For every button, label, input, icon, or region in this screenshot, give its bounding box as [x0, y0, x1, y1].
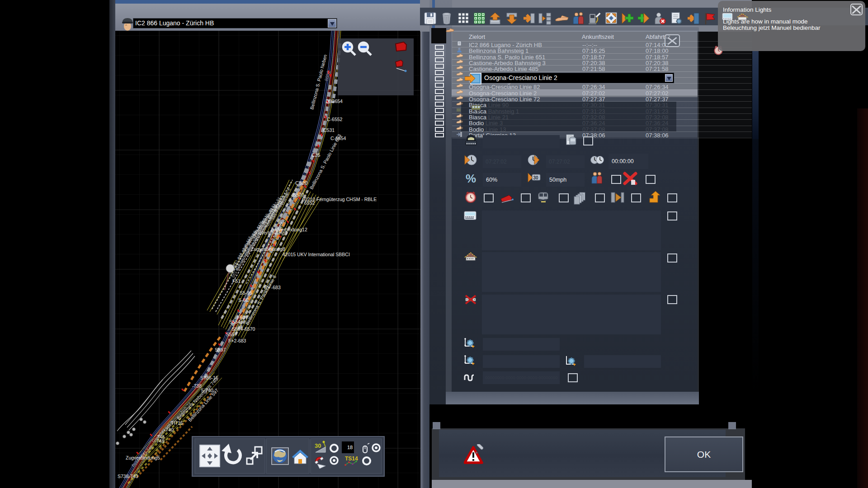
svg-text:TI716: TI716 [171, 420, 183, 426]
svg-text:S594-6570: S594-6570 [232, 326, 255, 332]
svg-text:18: 18 [347, 445, 353, 450]
svg-text:F+2-683: F+2-683 [228, 338, 246, 343]
svg-text:S597: S597 [215, 347, 226, 352]
svg-text:30: 30 [533, 175, 539, 180]
svg-text:Zugverbindung9: Zugverbindung9 [253, 230, 288, 235]
svg-text:6552: 6552 [304, 200, 315, 206]
svg-text:-740: -740 [164, 427, 174, 432]
svg-text:749: 749 [156, 438, 165, 444]
svg-text:C531: C531 [323, 127, 335, 133]
svg-text:S570: S570 [293, 192, 304, 197]
svg-text:42015 UKV International SBBCI: 42015 UKV International SBBCI [283, 252, 350, 257]
svg-text:C520: C520 [295, 180, 308, 186]
svg-text:S554: S554 [229, 319, 241, 324]
svg-text:C-6552: C-6552 [327, 117, 343, 122]
svg-text:S597: S597 [226, 332, 237, 337]
svg-text:S-6C: S-6C [238, 297, 249, 303]
svg-text:Zugverbindung8: Zugverbindung8 [251, 246, 285, 252]
svg-text:C35: C35 [311, 152, 320, 158]
svg-text:DB3654: DB3654 [326, 99, 343, 104]
svg-text:F51: F51 [232, 278, 241, 284]
svg-text:S5-95: S5-95 [240, 290, 252, 296]
svg-text:%: % [466, 172, 476, 185]
svg-text:S738-743: S738-743 [118, 474, 138, 479]
svg-text:Zugverbindung5: Zugverbindung5 [126, 455, 160, 460]
svg-text:30: 30 [315, 442, 321, 449]
svg-text:-738: -738 [192, 383, 202, 389]
